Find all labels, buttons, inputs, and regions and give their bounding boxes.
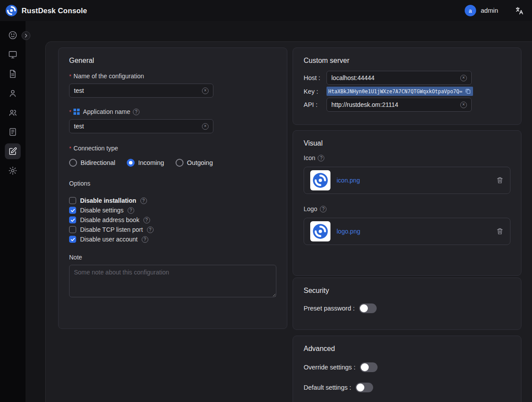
checkbox-disable-tcp-listen-port[interactable]: Disable TCP listen port ? (69, 225, 276, 234)
help-icon[interactable]: ? (140, 197, 147, 204)
audit-log-icon (8, 127, 18, 137)
preset-password-row: Preset password : (304, 303, 510, 314)
checkbox-icon[interactable] (69, 226, 76, 233)
override-settings-toggle[interactable] (360, 362, 378, 372)
options-label: Options (69, 180, 276, 187)
radio-incoming[interactable]: Incoming (127, 159, 164, 167)
radio-outgoing[interactable]: Outgoing (176, 159, 213, 167)
checkbox-disable-settings[interactable]: Disable settings ? (69, 205, 276, 215)
key-label: Key : (304, 88, 327, 95)
rustdesk-logo-icon (5, 4, 18, 17)
devices-icon (8, 50, 18, 59)
help-icon[interactable]: ? (128, 207, 134, 214)
checkbox-disable-installation[interactable]: Disable installation ? (69, 196, 276, 205)
config-name-input[interactable] (74, 87, 199, 94)
sidebar-item-documents[interactable] (5, 66, 21, 82)
app-title: RustDesk Console (22, 7, 87, 15)
security-title: Security (304, 287, 510, 295)
header: RustDesk Console a admin (0, 0, 532, 21)
required-asterisk: * (69, 145, 71, 152)
help-icon[interactable]: ? (142, 236, 148, 243)
copy-icon[interactable] (465, 88, 471, 95)
user-icon (8, 88, 18, 98)
checkbox-icon[interactable] (69, 207, 76, 214)
avatar[interactable]: a (465, 5, 476, 16)
app-name-input[interactable] (74, 123, 199, 130)
visual-title: Visual (304, 139, 510, 147)
default-settings-toggle[interactable] (356, 383, 373, 392)
smiley-icon (8, 30, 18, 40)
host-row: Host : × (304, 71, 510, 85)
general-card: General * Name of the configuration × * … (58, 48, 287, 329)
logo-file-row: logo.png (304, 218, 510, 245)
help-icon[interactable]: ? (147, 227, 154, 233)
radio-circle-icon[interactable] (69, 159, 77, 167)
edit-icon (8, 146, 18, 156)
icon-label: Icon ? (304, 154, 510, 161)
logo-file-thumbnail (310, 221, 330, 241)
custom-server-card: Custom server Host : × Key : HtaXBkJNHyn… (293, 48, 521, 125)
sidebar (0, 21, 26, 402)
checkbox-icon[interactable] (69, 197, 76, 204)
radio-circle-icon[interactable] (127, 159, 135, 167)
checkbox-icon[interactable] (69, 236, 76, 243)
app-name-field: × (69, 119, 213, 133)
logo-file-link[interactable]: logo.png (337, 228, 360, 235)
api-row: API : × (304, 98, 510, 112)
delete-icon[interactable] (496, 227, 504, 235)
sidebar-item-users[interactable] (5, 85, 21, 101)
windows-logo-icon (73, 109, 80, 115)
help-icon[interactable]: ? (143, 217, 150, 223)
api-input[interactable] (331, 101, 458, 108)
default-settings-row: Default settings : (304, 382, 510, 393)
checkbox-disable-user-account[interactable]: Disable user account ? (69, 234, 276, 244)
config-name-label: * Name of the configuration (69, 73, 276, 80)
sidebar-item-devices[interactable] (5, 47, 21, 62)
checkbox-icon[interactable] (69, 216, 76, 223)
clear-icon[interactable]: × (202, 123, 209, 130)
settings-icon (8, 166, 18, 175)
key-value-selected[interactable]: HtaXBkJNHyn0e1U1jWXze7A7CN7QTGWqxkOtpaVp… (327, 87, 473, 96)
override-settings-label: Override settings : (304, 364, 356, 371)
host-label: Host : (304, 74, 327, 81)
note-textarea[interactable] (69, 265, 276, 297)
connection-type-label: * Connection type (69, 145, 276, 152)
sidebar-expand-button[interactable] (22, 31, 30, 40)
icon-file-thumbnail (310, 170, 330, 190)
advanced-title: Advanced (304, 345, 510, 353)
help-icon[interactable]: ? (320, 206, 327, 212)
icon-file-row: icon.png (304, 167, 510, 194)
icon-file-link[interactable]: icon.png (337, 177, 360, 184)
username[interactable]: admin (481, 7, 499, 14)
delete-icon[interactable] (496, 176, 504, 184)
api-label: API : (304, 101, 327, 108)
sidebar-item-audit[interactable] (5, 124, 21, 140)
document-icon (8, 69, 18, 79)
key-value: HtaXBkJNHyn0e1U1jWXze7A7CN7QTGWqxkOtpaVp… (328, 88, 462, 95)
radio-bidirectional[interactable]: Bidirectional (69, 159, 115, 167)
api-field: × (327, 98, 472, 112)
help-icon[interactable]: ? (318, 155, 324, 161)
translate-icon[interactable] (515, 6, 524, 15)
clear-icon[interactable]: × (460, 75, 467, 81)
custom-server-title: Custom server (304, 57, 510, 65)
config-name-field: × (69, 84, 213, 98)
connection-type-radios: Bidirectional Incoming Outgoing (69, 159, 276, 167)
sidebar-item-configurations[interactable] (5, 143, 21, 159)
sidebar-item-smiley[interactable] (5, 27, 21, 43)
clear-icon[interactable]: × (460, 102, 467, 108)
security-card: Security Preset password : (293, 278, 521, 330)
preset-password-label: Preset password : (304, 305, 355, 312)
help-icon[interactable]: ? (133, 109, 139, 115)
sidebar-item-settings[interactable] (5, 163, 21, 179)
host-input[interactable] (331, 74, 458, 81)
brand: RustDesk Console (5, 4, 87, 17)
preset-password-toggle[interactable] (359, 303, 377, 313)
clear-icon[interactable]: × (202, 88, 209, 94)
host-field: × (327, 71, 472, 85)
radio-circle-icon[interactable] (176, 159, 183, 167)
sidebar-item-groups[interactable] (5, 105, 21, 121)
checkbox-disable-address-book[interactable]: Disable address book ? (69, 215, 276, 225)
app-name-label: * Application name ? (69, 108, 276, 115)
users-icon (8, 108, 18, 117)
